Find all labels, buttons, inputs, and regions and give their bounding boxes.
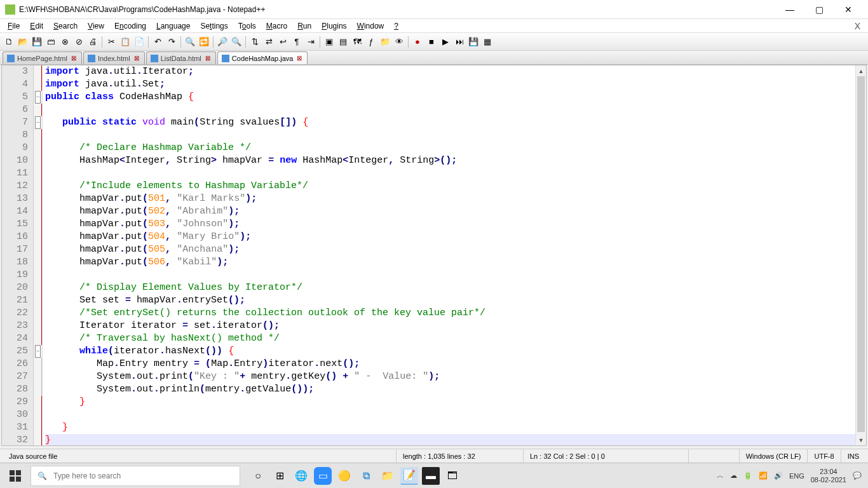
record-icon[interactable]: ● bbox=[411, 36, 424, 48]
code-line[interactable]: hmapVar.put(501, "Karl Marks"); bbox=[45, 193, 864, 205]
copy-icon[interactable]: 📋 bbox=[119, 36, 132, 48]
menu-plugins[interactable]: Plugins bbox=[316, 20, 351, 32]
code-content[interactable]: import java.util.Iterator;import java.ut… bbox=[43, 65, 866, 445]
maximize-button[interactable]: ▢ bbox=[804, 0, 834, 19]
tray-wifi-icon[interactable]: 📶 bbox=[759, 471, 768, 480]
tray-notifications-icon[interactable]: 💬 bbox=[853, 471, 862, 480]
code-line[interactable]: hmapVar.put(506, "Kabil"); bbox=[45, 256, 864, 269]
tab-close-icon[interactable]: ⊠ bbox=[133, 55, 140, 62]
code-line[interactable]: System.out.print("Key : "+ mentry.getKey… bbox=[45, 370, 864, 383]
menu-macro[interactable]: Macro bbox=[261, 20, 292, 32]
tray-chevron-icon[interactable]: ︿ bbox=[717, 471, 724, 480]
explorer-icon[interactable]: 📁 bbox=[379, 467, 397, 485]
tab-close-icon[interactable]: ⊠ bbox=[204, 55, 212, 62]
fold-marker[interactable] bbox=[34, 320, 42, 332]
vscode-icon[interactable]: ⧉ bbox=[357, 467, 375, 485]
tray-volume-icon[interactable]: 🔊 bbox=[774, 471, 783, 480]
menu-window[interactable]: Window bbox=[352, 20, 390, 32]
func-list-icon[interactable]: ƒ bbox=[365, 36, 377, 48]
other-app-icon[interactable]: 🗔 bbox=[444, 467, 461, 485]
wrap-icon[interactable]: ↩ bbox=[276, 36, 289, 48]
folder-icon[interactable]: 📁 bbox=[379, 36, 391, 48]
fold-marker[interactable] bbox=[34, 218, 42, 231]
close-all-icon[interactable]: ⊘ bbox=[72, 36, 85, 48]
code-line[interactable]: } bbox=[45, 421, 864, 434]
unfold-icon[interactable]: ▤ bbox=[337, 36, 349, 48]
tab-index-html[interactable]: Index.html⊠ bbox=[83, 51, 145, 64]
mdi-close-button[interactable]: X bbox=[850, 21, 865, 31]
tab-close-icon[interactable]: ⊠ bbox=[70, 55, 78, 62]
code-line[interactable]: import java.util.Iterator; bbox=[45, 65, 864, 78]
fold-marker[interactable] bbox=[34, 269, 42, 281]
code-line[interactable] bbox=[45, 104, 864, 116]
scroll-thumb[interactable] bbox=[857, 76, 865, 432]
fold-marker[interactable] bbox=[34, 243, 42, 256]
cmd-icon[interactable]: ▬ bbox=[422, 467, 440, 485]
fold-marker[interactable] bbox=[34, 78, 42, 91]
chrome-icon[interactable]: 🟡 bbox=[336, 467, 353, 485]
menu-tools[interactable]: Tools bbox=[233, 20, 261, 32]
fold-marker[interactable] bbox=[34, 167, 42, 180]
code-line[interactable] bbox=[45, 129, 864, 142]
taskbar-search[interactable]: 🔍 Type here to search bbox=[31, 466, 240, 486]
menu-run[interactable]: Run bbox=[292, 20, 316, 32]
fold-marker[interactable]: − bbox=[34, 345, 42, 358]
fold-marker[interactable] bbox=[34, 180, 42, 193]
fold-marker[interactable] bbox=[34, 281, 42, 294]
code-line[interactable] bbox=[45, 409, 864, 421]
paste-icon[interactable]: 📄 bbox=[133, 36, 146, 48]
code-line[interactable]: } bbox=[45, 396, 864, 409]
fold-marker[interactable] bbox=[34, 294, 42, 307]
tab-codehashmap-java[interactable]: CodeHashMap.java⊠ bbox=[217, 51, 308, 64]
status-eol[interactable]: Windows (CR LF) bbox=[740, 449, 808, 463]
code-line[interactable]: public class CodeHashMap { bbox=[45, 91, 864, 104]
code-line[interactable]: /*Include elements to Hashmap Variable*/ bbox=[45, 180, 864, 193]
fold-marker[interactable] bbox=[34, 193, 42, 205]
scroll-down-icon[interactable]: ▼ bbox=[856, 435, 866, 445]
save-macro-icon[interactable]: 💾 bbox=[467, 36, 480, 48]
fold-marker[interactable] bbox=[34, 332, 42, 345]
play-multi-icon[interactable]: ⏭ bbox=[453, 36, 466, 48]
fold-marker[interactable] bbox=[34, 434, 42, 445]
close-button[interactable]: ✕ bbox=[834, 0, 863, 19]
code-line[interactable]: Set set = hmapVar.entrySet(); bbox=[45, 294, 864, 307]
menu-view[interactable]: View bbox=[83, 20, 109, 32]
code-line[interactable]: /* Declare Hashmap Variable */ bbox=[45, 142, 864, 154]
menu-help[interactable]: ? bbox=[389, 20, 403, 32]
new-file-icon[interactable]: 🗋 bbox=[3, 36, 15, 48]
sync-h-icon[interactable]: ⇄ bbox=[262, 36, 275, 48]
fold-marker[interactable] bbox=[34, 104, 42, 116]
cut-icon[interactable]: ✂ bbox=[105, 36, 118, 48]
code-line[interactable]: hmapVar.put(502, "Abrahim"); bbox=[45, 205, 864, 218]
code-line[interactable]: Map.Entry mentry = (Map.Entry)iterator.n… bbox=[45, 358, 864, 370]
fold-marker[interactable] bbox=[34, 383, 42, 396]
redo-icon[interactable]: ↷ bbox=[165, 36, 178, 48]
code-line[interactable]: hmapVar.put(505, "Anchana"); bbox=[45, 243, 864, 256]
status-encoding[interactable]: UTF-8 bbox=[808, 449, 841, 463]
tray-battery-icon[interactable]: 🔋 bbox=[743, 471, 752, 480]
monitor-icon[interactable]: 👁 bbox=[393, 36, 405, 48]
start-button[interactable] bbox=[0, 463, 31, 489]
code-line[interactable]: Iterator iterator = set.iterator(); bbox=[45, 320, 864, 332]
code-line[interactable] bbox=[45, 167, 864, 180]
scroll-up-icon[interactable]: ▲ bbox=[856, 65, 866, 76]
code-line[interactable]: public static void main(String svalues[]… bbox=[45, 116, 864, 129]
vertical-scrollbar[interactable]: ▲ ▼ bbox=[855, 65, 866, 445]
tab-listdata-html[interactable]: ListData.html⊠ bbox=[146, 51, 216, 64]
menu-settings[interactable]: Settings bbox=[195, 20, 233, 32]
code-line[interactable]: while(iterator.hasNext()) { bbox=[45, 345, 864, 358]
fold-marker[interactable] bbox=[34, 421, 42, 434]
tab-close-icon[interactable]: ⊠ bbox=[295, 55, 303, 62]
fold-marker[interactable] bbox=[34, 205, 42, 218]
editor-area[interactable]: 3456789101112131415161718192021222324252… bbox=[1, 65, 867, 446]
indent-icon[interactable]: ⇥ bbox=[304, 36, 317, 48]
tray-language[interactable]: ENG bbox=[789, 472, 804, 480]
play-icon[interactable]: ▶ bbox=[439, 36, 452, 48]
save-icon[interactable]: 💾 bbox=[31, 36, 43, 48]
menu-file[interactable]: File bbox=[3, 20, 25, 32]
code-line[interactable] bbox=[45, 269, 864, 281]
code-line[interactable]: hmapVar.put(504, "Mary Brio"); bbox=[45, 231, 864, 243]
zoom-out-icon[interactable]: 🔍 bbox=[230, 36, 243, 48]
fold-marker[interactable] bbox=[34, 396, 42, 409]
code-line[interactable]: System.out.println(mentry.getValue()); bbox=[45, 383, 864, 396]
